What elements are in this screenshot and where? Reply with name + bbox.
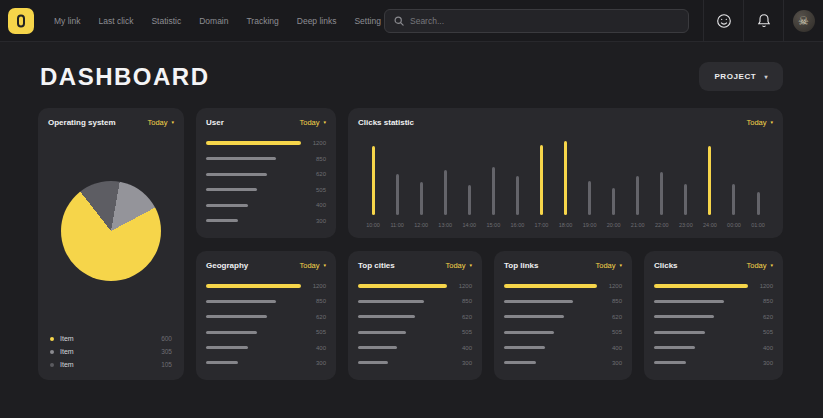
chart-bar-track	[746, 137, 770, 215]
bar-track	[654, 346, 748, 349]
card-head: Top cities Today ▾	[358, 261, 472, 270]
bar-value: 1200	[454, 283, 472, 289]
bar	[654, 284, 748, 288]
card-operating-system: Operating system Today ▾ Item 600 Item	[38, 108, 184, 380]
bar-row: 620	[206, 314, 326, 320]
bar-value: 300	[755, 360, 773, 366]
bar	[206, 300, 276, 303]
nav-link[interactable]: My link	[54, 16, 80, 26]
search-input[interactable]	[410, 16, 679, 26]
chart-bar-track	[529, 137, 553, 215]
bar-track	[206, 219, 301, 222]
period-select[interactable]: Today ▾	[746, 118, 773, 127]
bar-row: 850	[504, 298, 622, 304]
page-title: DASHBOARD	[40, 63, 210, 91]
nav-link[interactable]: Domain	[199, 16, 228, 26]
x-tick-label: 20:00	[607, 222, 621, 228]
bar-track	[358, 284, 447, 288]
bar	[206, 204, 248, 207]
bar-row: 400	[358, 345, 472, 351]
period-select[interactable]: Today ▾	[299, 261, 326, 270]
bar	[504, 315, 564, 318]
search-icon	[394, 16, 404, 26]
bar	[206, 219, 238, 222]
avatar[interactable]: ☠	[793, 10, 815, 32]
legend-label: Item	[60, 335, 155, 342]
bar-track	[206, 204, 301, 207]
legend-dot-icon	[50, 350, 54, 354]
chart-bar-track	[554, 137, 578, 215]
project-button[interactable]: PROJECT ▾	[699, 62, 783, 91]
bar-value: 505	[755, 329, 773, 335]
legend-value: 305	[161, 348, 172, 355]
chart-bar	[468, 185, 471, 215]
user-menu[interactable]: ☠	[783, 0, 823, 42]
notifications-button[interactable]	[743, 0, 783, 42]
period-select[interactable]: Today ▾	[746, 261, 773, 270]
bar-value: 620	[755, 314, 773, 320]
nav-link[interactable]: Deep links	[297, 16, 337, 26]
card-user: User Today ▾ 1200 850	[196, 108, 336, 238]
legend-value: 600	[161, 335, 172, 342]
legend-dot-icon	[50, 337, 54, 341]
bar-row: 300	[206, 360, 326, 366]
bar	[654, 315, 714, 318]
bar	[206, 141, 301, 145]
search-box[interactable]	[384, 9, 689, 33]
bar-track	[654, 315, 748, 318]
bar	[504, 346, 545, 349]
bar-value: 300	[604, 360, 622, 366]
bar-row: 505	[358, 329, 472, 335]
card-title: Top links	[504, 261, 539, 270]
nav-link[interactable]: Setting	[354, 16, 380, 26]
bar-row: 850	[654, 298, 773, 304]
bar-value: 505	[604, 329, 622, 335]
nav-link[interactable]: Tracking	[246, 16, 278, 26]
bar-track	[504, 361, 597, 364]
bar-track	[358, 331, 447, 334]
chart-bar-track	[361, 137, 385, 215]
pie-chart	[61, 181, 161, 281]
bar-row: 1200	[206, 140, 326, 146]
nav-link[interactable]: Statistic	[151, 16, 181, 26]
emoji-button[interactable]	[703, 0, 743, 42]
bar-track	[504, 346, 597, 349]
chart-bar-track	[626, 137, 650, 215]
chart-bar	[420, 182, 423, 215]
chart-bar	[492, 167, 495, 215]
nav-link[interactable]: Last click	[98, 16, 133, 26]
chart-bar-track	[698, 137, 722, 215]
bar-value: 620	[308, 314, 326, 320]
chart-bar	[684, 184, 687, 215]
chart-bar-track	[650, 137, 674, 215]
period-select[interactable]: Today ▾	[147, 118, 174, 127]
bar-row: 300	[206, 218, 326, 224]
period-label: Today	[299, 118, 319, 127]
chart-bar-column: 20:00	[602, 137, 626, 228]
chart-bar-column: 15:00	[481, 137, 505, 228]
x-tick-label: 14:00	[462, 222, 476, 228]
chevron-down-icon: ▾	[764, 74, 768, 80]
bar-row: 1200	[206, 283, 326, 289]
chart-bar-column: 16:00	[505, 137, 529, 228]
bar-value: 850	[454, 298, 472, 304]
bar-row: 850	[206, 298, 326, 304]
period-select[interactable]: Today ▾	[445, 261, 472, 270]
card-title: Operating system	[48, 118, 116, 127]
period-select[interactable]: Today ▾	[299, 118, 326, 127]
bar-row: 620	[504, 314, 622, 320]
x-tick-label: 24:00	[703, 222, 717, 228]
period-select[interactable]: Today ▾	[595, 261, 622, 270]
x-tick-label: 11:00	[390, 222, 403, 228]
bar-track	[206, 331, 301, 334]
navbar: My link Last click Statistic Domain Trac…	[0, 0, 823, 42]
card-top-cities: Top cities Today ▾ 1200	[348, 251, 482, 380]
bar-track	[206, 188, 301, 191]
legend-item: Item 600	[50, 335, 172, 342]
chart-bar-column: 18:00	[554, 137, 578, 228]
x-tick-label: 23:00	[679, 222, 693, 228]
bar-track	[358, 300, 447, 303]
bar-row: 505	[206, 187, 326, 193]
app-logo[interactable]	[8, 8, 34, 34]
chart-bar-track	[481, 137, 505, 215]
